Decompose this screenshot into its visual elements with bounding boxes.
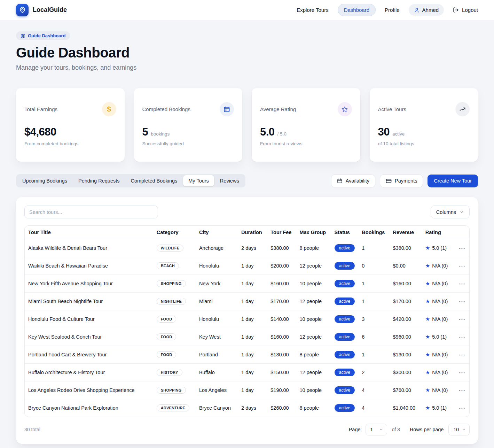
row-actions-menu-button[interactable]: ⋯ <box>459 405 466 411</box>
row-actions-menu-button[interactable]: ⋯ <box>459 263 466 269</box>
tab-my-tours[interactable]: My Tours <box>183 175 214 186</box>
table-header-row: Tour TitleCategoryCityDurationTour FeeMa… <box>25 226 469 239</box>
user-menu[interactable]: Ahmed <box>409 4 444 16</box>
max-group-cell: 8 people <box>296 239 331 257</box>
bookings-cell: 2 <box>358 364 389 381</box>
column-header-category: Category <box>153 226 196 239</box>
revenue-cell: $170.00 <box>390 293 422 310</box>
status-badge: active <box>335 244 355 252</box>
column-header-tour-fee: Tour Fee <box>267 226 296 239</box>
tour-title-cell: Waikiki Beach & Hawaiian Paradise <box>25 257 153 275</box>
city-cell: Key West <box>196 328 238 346</box>
row-actions-menu-button[interactable]: ⋯ <box>459 352 466 358</box>
category-badge: WILDLIFE <box>157 245 184 252</box>
rating-cell: ★5.0 (1) <box>422 239 455 257</box>
column-header-tour-title: Tour Title <box>25 226 153 239</box>
tour-title-cell: New York Fifth Avenue Shopping Tour <box>25 275 153 293</box>
create-new-tour-button[interactable]: Create New Tour <box>428 175 478 187</box>
nav-link-dashboard[interactable]: Dashboard <box>338 4 376 16</box>
status-cell: active <box>331 381 359 399</box>
map-pin-icon <box>16 4 29 16</box>
rows-per-page-select[interactable]: 10 <box>448 424 470 435</box>
bookings-cell: 1 <box>358 239 389 257</box>
column-header-max-group: Max Group <box>296 226 331 239</box>
dollar-icon: $ <box>102 102 116 116</box>
table-row: Honolulu Food & Culture TourFOODHonolulu… <box>25 310 469 328</box>
stats-grid: Total Earnings $ $4,680 From completed b… <box>16 88 478 162</box>
rating-text: N/A (0) <box>432 316 448 322</box>
bookings-cell: 4 <box>358 381 389 399</box>
search-input[interactable] <box>24 206 158 218</box>
tour-fee-cell: $380.00 <box>267 239 296 257</box>
row-actions-menu-button[interactable]: ⋯ <box>459 369 466 376</box>
city-cell: Buffalo <box>196 364 238 381</box>
page-select[interactable]: 1 <box>366 424 387 435</box>
credit-card-icon <box>386 178 392 184</box>
tours-table: Tour TitleCategoryCityDurationTour FeeMa… <box>25 226 469 417</box>
row-actions-menu-button[interactable]: ⋯ <box>459 334 466 340</box>
category-badge: ADVENTURE <box>157 404 189 411</box>
rating-text: N/A (0) <box>432 352 448 357</box>
max-group-cell: 8 people <box>296 399 331 417</box>
duration-cell: 1 day <box>238 257 267 275</box>
category-badge: FOOD <box>157 333 177 340</box>
tour-fee-cell: $160.00 <box>267 275 296 293</box>
stat-suffix: active <box>392 131 405 137</box>
status-cell: active <box>331 328 359 346</box>
dashboard-tabs: Upcoming BookingsPending RequestsComplet… <box>16 174 245 187</box>
duration-cell: 1 day <box>238 364 267 381</box>
table-row: Los Angeles Rodeo Drive Shopping Experie… <box>25 381 469 399</box>
stat-subtext: of 10 total listings <box>378 141 470 146</box>
availability-button[interactable]: Availability <box>331 175 375 187</box>
nav-link-explore-tours[interactable]: Explore Tours <box>297 7 328 13</box>
chevron-down-icon <box>379 427 383 432</box>
city-cell: New York <box>196 275 238 293</box>
revenue-cell: $130.00 <box>390 346 422 364</box>
stat-card-active-tours: Active Tours 30 active of 10 total listi… <box>370 88 478 162</box>
star-icon: ★ <box>425 369 430 376</box>
logout-button[interactable]: Logout <box>453 7 478 13</box>
star-icon: ★ <box>425 263 430 269</box>
star-icon: ★ <box>425 280 430 287</box>
star-icon: ★ <box>425 245 430 251</box>
row-actions-menu-button[interactable]: ⋯ <box>459 387 466 394</box>
payments-button[interactable]: Payments <box>380 175 423 187</box>
user-name: Ahmed <box>422 7 439 13</box>
tour-fee-cell: $190.00 <box>267 381 296 399</box>
tab-pending-requests[interactable]: Pending Requests <box>73 175 125 186</box>
column-header-actions <box>455 226 469 239</box>
status-badge: active <box>335 298 355 305</box>
table-row: New York Fifth Avenue Shopping TourSHOPP… <box>25 275 469 293</box>
tab-upcoming-bookings[interactable]: Upcoming Bookings <box>17 175 72 186</box>
rating-cell: ★N/A (0) <box>422 310 455 328</box>
actions-cell: ⋯ <box>455 293 469 310</box>
tab-completed-bookings[interactable]: Completed Bookings <box>125 175 182 186</box>
rating-text: N/A (0) <box>432 263 448 269</box>
tab-reviews[interactable]: Reviews <box>215 175 244 186</box>
city-cell: Miami <box>196 293 238 310</box>
tour-title-cell: Portland Food Cart & Brewery Tour <box>25 346 153 364</box>
column-header-status: Status <box>331 226 359 239</box>
row-actions-menu-button[interactable]: ⋯ <box>459 280 466 287</box>
row-actions-menu-button[interactable]: ⋯ <box>459 316 466 323</box>
table-row: Bryce Canyon National Park ExplorationAD… <box>25 399 469 417</box>
actions-cell: ⋯ <box>455 328 469 346</box>
actions-cell: ⋯ <box>455 399 469 417</box>
duration-cell: 1 day <box>238 293 267 310</box>
columns-dropdown[interactable]: Columns <box>431 206 470 218</box>
max-group-cell: 12 people <box>296 328 331 346</box>
category-cell: SHOPPING <box>153 381 196 399</box>
bookings-cell: 6 <box>358 328 389 346</box>
row-actions-menu-button[interactable]: ⋯ <box>459 245 466 252</box>
page-title: Guide Dashboard <box>16 45 478 61</box>
status-badge: active <box>335 333 355 341</box>
rating-text: N/A (0) <box>432 387 448 393</box>
brand[interactable]: LocalGuide <box>16 4 67 16</box>
rating-text: 5.0 (1) <box>432 405 447 411</box>
duration-cell: 1 day <box>238 275 267 293</box>
nav-link-profile[interactable]: Profile <box>385 7 400 13</box>
row-actions-menu-button[interactable]: ⋯ <box>459 298 466 305</box>
max-group-cell: 12 people <box>296 257 331 275</box>
category-cell: WILDLIFE <box>153 239 196 257</box>
rows-per-page-value: 10 <box>453 427 459 432</box>
